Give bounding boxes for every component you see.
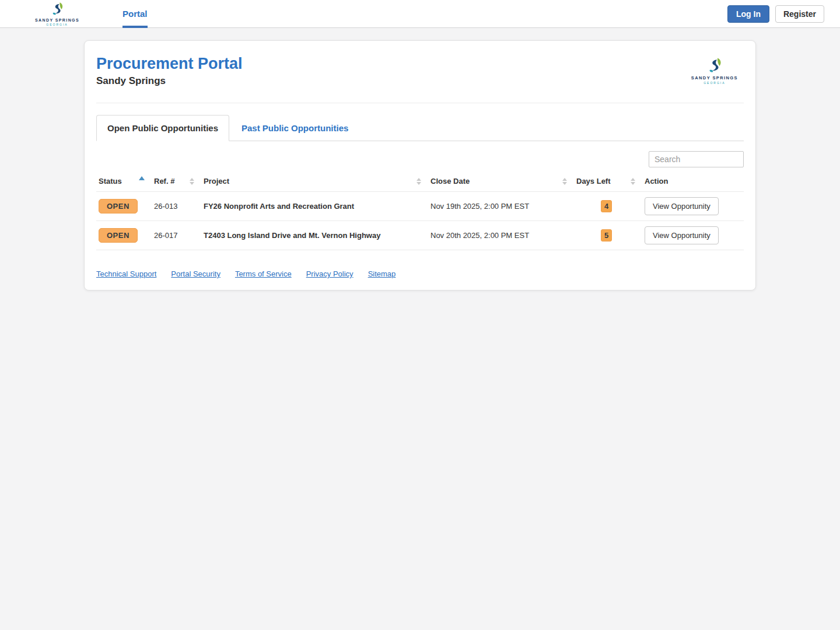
table-row: OPEN26-013FY26 Nonprofit Arts and Recrea… xyxy=(96,192,744,221)
tab-past-public-opportunities[interactable]: Past Public Opportunities xyxy=(230,115,359,141)
column-label: Project xyxy=(204,177,229,186)
header-divider xyxy=(96,103,744,103)
column-label: Close Date xyxy=(430,177,470,186)
project-name: T2403 Long Island Drive and Mt. Vernon H… xyxy=(201,221,428,250)
close-date: Nov 19th 2025, 2:00 PM EST xyxy=(428,192,574,221)
page-subtitle: Sandy Springs xyxy=(96,75,243,87)
procurement-portal-card: Procurement Portal Sandy Springs SANDY S… xyxy=(84,40,756,290)
days-left-badge: 5 xyxy=(601,229,612,242)
sort-icon xyxy=(631,178,635,185)
top-navbar: SANDY SPRINGS GEORGIA Portal Log In Regi… xyxy=(0,0,840,28)
footer-link-technical-support[interactable]: Technical Support xyxy=(96,270,156,278)
sort-icon xyxy=(416,178,421,185)
brand-tagline: GEORGIA xyxy=(46,23,68,26)
table-header-row: StatusRef. #ProjectClose DateDays LeftAc… xyxy=(96,171,744,192)
footer-links: Technical SupportPortal SecurityTerms of… xyxy=(96,270,744,278)
status-badge: OPEN xyxy=(99,228,138,243)
column-header-ref[interactable]: Ref. # xyxy=(152,171,201,192)
days-left-badge: 4 xyxy=(601,200,612,212)
nav-actions: Log In Register xyxy=(727,5,824,23)
search-input[interactable] xyxy=(649,151,744,167)
column-label: Status xyxy=(99,177,122,186)
column-header-close-date[interactable]: Close Date xyxy=(428,171,574,192)
card-header: Procurement Portal Sandy Springs SANDY S… xyxy=(96,55,744,87)
close-date: Nov 20th 2025, 2:00 PM EST xyxy=(428,221,574,250)
sandy-springs-logo-card: SANDY SPRINGS GEORGIA xyxy=(691,57,738,85)
project-name: FY26 Nonprofit Arts and Recreation Grant xyxy=(201,192,428,221)
column-header-project[interactable]: Project xyxy=(201,171,428,192)
footer-link-portal-security[interactable]: Portal Security xyxy=(171,270,220,278)
sandy-springs-mark-icon xyxy=(50,2,65,17)
nav-item-label: Portal xyxy=(123,9,148,19)
footer-link-sitemap[interactable]: Sitemap xyxy=(368,270,396,278)
brand-name: SANDY SPRINGS xyxy=(691,76,738,80)
active-tab-underline xyxy=(123,26,148,28)
login-button[interactable]: Log In xyxy=(727,5,769,23)
sandy-springs-logo: SANDY SPRINGS GEORGIA xyxy=(35,2,79,26)
column-header-action: Action xyxy=(642,171,744,192)
search-row xyxy=(96,151,744,167)
column-label: Ref. # xyxy=(154,177,174,186)
sort-icon xyxy=(190,178,194,185)
register-button[interactable]: Register xyxy=(775,5,824,23)
sandy-springs-mark-icon xyxy=(706,57,723,75)
column-label: Action xyxy=(645,177,668,186)
column-label: Days Left xyxy=(576,177,611,186)
column-header-days-left[interactable]: Days Left xyxy=(574,171,642,192)
nav-item-portal[interactable]: Portal xyxy=(123,0,148,28)
opportunities-table: StatusRef. #ProjectClose DateDays LeftAc… xyxy=(96,171,744,250)
brand-tagline: GEORGIA xyxy=(704,82,725,85)
status-badge: OPEN xyxy=(99,199,138,214)
column-header-status[interactable]: Status xyxy=(96,171,152,192)
sort-icon xyxy=(562,178,567,185)
brand-name: SANDY SPRINGS xyxy=(35,18,79,22)
page-title: Procurement Portal xyxy=(96,55,243,73)
view-opportunity-button[interactable]: View Opportunity xyxy=(645,226,719,244)
table-row: OPEN26-017T2403 Long Island Drive and Mt… xyxy=(96,221,744,250)
footer-link-terms-of-service[interactable]: Terms of Service xyxy=(235,270,292,278)
tab-open-public-opportunities[interactable]: Open Public Opportunities xyxy=(96,115,229,141)
view-opportunity-button[interactable]: View Opportunity xyxy=(645,197,719,215)
ref-number: 26-013 xyxy=(152,192,201,221)
tab-bar: Open Public OpportunitiesPast Public Opp… xyxy=(96,115,744,141)
ref-number: 26-017 xyxy=(152,221,201,250)
footer-link-privacy-policy[interactable]: Privacy Policy xyxy=(306,270,354,278)
sort-ascending-icon xyxy=(139,176,145,180)
